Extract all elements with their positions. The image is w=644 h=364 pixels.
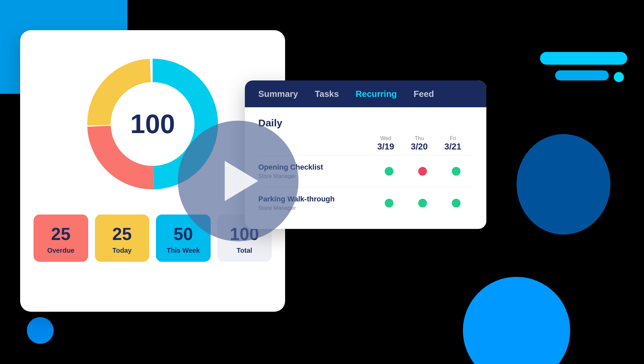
stat-label-today: Today	[112, 247, 131, 254]
date-col-wed: Wed 3/19	[369, 135, 402, 152]
dot-pw-fri	[452, 199, 461, 207]
dot-oc-wed	[385, 167, 393, 176]
stat-label-overdue: Overdue	[47, 247, 74, 254]
task-dots-parking-walkthrough	[372, 199, 473, 207]
bg-shape-right	[517, 134, 610, 235]
dot-oc-thu	[418, 167, 427, 176]
stat-card-overdue: 25 Overdue	[34, 215, 88, 262]
stat-number-today: 25	[112, 224, 132, 244]
tab-summary[interactable]: Summary	[258, 86, 298, 102]
task-dots-opening-checklist	[372, 167, 473, 176]
date-num-fri: 3/21	[436, 141, 470, 152]
dot-cell-oc-fri	[439, 167, 473, 176]
date-col-fri: Fri 3/21	[436, 135, 470, 152]
donut-center-value: 100	[130, 109, 175, 139]
date-day-thu: Thu	[402, 135, 436, 141]
bg-shape-bottom-left	[27, 317, 54, 344]
dot-cell-pw-fri	[439, 199, 473, 207]
play-button-overlay[interactable]	[178, 121, 299, 241]
dot-pw-thu	[418, 199, 427, 207]
date-day-wed: Wed	[369, 135, 402, 141]
dot-cell-pw-thu	[406, 199, 439, 207]
tab-header: Summary Tasks Recurring Feed	[245, 80, 486, 107]
stat-card-today: 25 Today	[95, 215, 150, 262]
tab-recurring[interactable]: Recurring	[356, 86, 397, 102]
stat-label-this-week: This Week	[167, 247, 200, 254]
play-icon	[225, 161, 258, 201]
dot-cell-oc-wed	[372, 167, 406, 176]
tab-feed[interactable]: Feed	[414, 86, 434, 102]
stat-number-overdue: 25	[51, 224, 70, 244]
date-num-wed: 3/19	[369, 141, 402, 152]
bg-dot-top-right	[614, 72, 624, 82]
tab-tasks[interactable]: Tasks	[315, 86, 339, 102]
dot-cell-oc-thu	[406, 167, 439, 176]
date-day-fri: Fri	[436, 135, 470, 141]
bg-shape-bottom-right	[463, 277, 570, 364]
stat-label-total: Total	[237, 247, 252, 254]
date-num-thu: 3/20	[402, 141, 436, 152]
date-col-thu: Thu 3/20	[402, 135, 436, 152]
section-daily-label: Daily	[258, 117, 473, 129]
dot-oc-fri	[452, 167, 461, 176]
stat-number-this-week: 50	[173, 224, 193, 244]
dot-pw-wed	[385, 199, 393, 207]
bg-bar-top-right-2	[555, 70, 609, 80]
bg-bar-top-right-1	[540, 52, 627, 65]
date-headers: Wed 3/19 Thu 3/20 Fri 3/21	[258, 135, 473, 152]
dot-cell-pw-wed	[372, 199, 406, 207]
